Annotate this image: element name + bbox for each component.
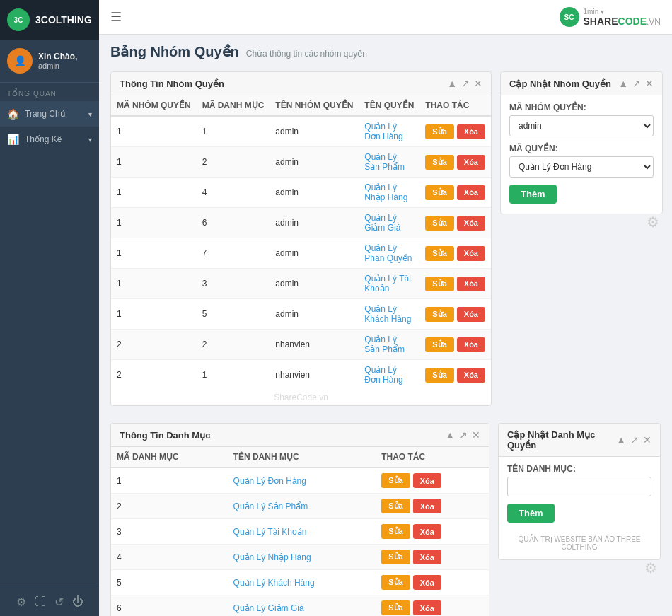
resize-icon[interactable]: ↗ <box>461 78 470 89</box>
delete-button-cat[interactable]: Xóa <box>413 575 441 590</box>
cell-ma-danh-muc: 6 <box>197 208 270 238</box>
edit-button-cat[interactable]: Sửa <box>381 524 410 539</box>
cell-action: Sửa Xóa <box>419 330 491 360</box>
edit-button-cat[interactable]: Sửa <box>381 499 410 513</box>
edit-button-cat[interactable]: Sửa <box>381 600 410 615</box>
group-table-row: 1 2 admin Quản Lý Sản Phẩm Sửa Xóa <box>111 147 491 178</box>
avatar: 👤 <box>7 48 33 74</box>
update-category-header: Cập Nhật Danh Mục Quyền ▲ ↗ ✕ <box>499 424 660 457</box>
delete-button-cat[interactable]: Xóa <box>413 524 441 539</box>
cell-ma-danh-muc2: 5 <box>111 570 228 595</box>
group-table-row: 2 2 nhanvien Quản Lý Sản Phẩm Sửa Xóa <box>111 330 491 360</box>
cell-ma-nhom: 1 <box>111 178 197 208</box>
edit-button[interactable]: Sửa <box>425 277 453 291</box>
update-group-panel: Cập Nhật Nhóm Quyền ▲ ↗ ✕ MÃ NHÓM QUYỀN:… <box>500 71 663 214</box>
them-button-category[interactable]: Thêm <box>507 504 555 523</box>
cell-action2: Sửa Xóa <box>376 467 489 494</box>
settings-icon[interactable]: ⚙ <box>16 595 26 609</box>
cell-ma-danh-muc: 4 <box>197 178 270 208</box>
expand-icon[interactable]: ▲ <box>447 78 457 89</box>
edit-button[interactable]: Sửa <box>425 185 453 200</box>
edit-button-cat[interactable]: Sửa <box>381 575 410 590</box>
cell-action: Sửa Xóa <box>419 147 491 178</box>
close-icon[interactable]: ✕ <box>474 78 482 89</box>
page-subtitle: Chứa thông tin các nhóm quyền <box>246 49 367 59</box>
cell-ten-nhom: nhanvien <box>270 330 359 360</box>
expand-icon-4[interactable]: ▲ <box>616 434 626 446</box>
edit-button-cat[interactable]: Sửa <box>381 550 410 564</box>
gear-icon-category: ⚙ <box>644 559 657 576</box>
delete-button[interactable]: Xóa <box>457 246 485 261</box>
brand-sub: 1min ▾ <box>584 8 661 16</box>
cell-ten-nhom: admin <box>270 299 359 330</box>
resize-icon-3[interactable]: ↗ <box>459 429 468 441</box>
edit-button[interactable]: Sửa <box>425 337 453 352</box>
cell-ma-nhom: 1 <box>111 147 197 178</box>
cell-ma-danh-muc2: 1 <box>111 467 228 494</box>
delete-button[interactable]: Xóa <box>457 124 485 139</box>
col-ten-danh-muc: TÊN DANH MỤC <box>228 447 376 467</box>
cell-ma-danh-muc: 1 <box>197 360 270 390</box>
delete-button[interactable]: Xóa <box>457 337 485 352</box>
edit-button[interactable]: Sửa <box>425 368 453 383</box>
cell-ten-quyen: Quản Lý Phân Quyền <box>359 238 419 269</box>
app-name: 3COLTHING <box>35 14 92 25</box>
edit-button[interactable]: Sửa <box>425 307 453 322</box>
cell-ma-nhom: 1 <box>111 208 197 238</box>
delete-button[interactable]: Xóa <box>457 307 485 322</box>
category-table-col: Thông Tin Danh Mục ▲ ↗ ✕ MÃ DANH MỤC <box>110 423 489 616</box>
select-ma-quyen[interactable]: Quản Lý Đơn Hàng Quản Lý Sản Phẩm Quản L… <box>509 156 654 178</box>
page-header: Bảng Nhóm Quyền Chứa thông tin các nhóm … <box>110 43 661 63</box>
cell-ten-quyen: Quản Lý Sản Phẩm <box>359 147 419 178</box>
them-button-group[interactable]: Thêm <box>509 185 557 204</box>
expand-icon-2[interactable]: ▲ <box>618 78 628 89</box>
category-table-row: 5 Quản Lý Khách Hàng Sửa Xóa <box>111 570 489 595</box>
group-table-panel: Thông Tin Nhóm Quyền ▲ ↗ ✕ MÃ NHÓM QUYỀN <box>110 71 492 406</box>
delete-button[interactable]: Xóa <box>457 155 485 170</box>
delete-button[interactable]: Xóa <box>457 185 485 200</box>
cell-action2: Sửa Xóa <box>376 519 489 545</box>
edit-button[interactable]: Sửa <box>425 246 453 261</box>
delete-button[interactable]: Xóa <box>457 277 485 291</box>
edit-button[interactable]: Sửa <box>425 124 453 139</box>
cell-action2: Sửa Xóa <box>376 494 489 519</box>
cell-ma-danh-muc: 5 <box>197 299 270 330</box>
power-icon[interactable]: ⏻ <box>72 595 83 609</box>
input-ten-danh-muc[interactable] <box>507 477 651 496</box>
edit-button-cat[interactable]: Sửa <box>381 473 410 488</box>
close-icon-4[interactable]: ✕ <box>643 434 651 446</box>
close-icon-2[interactable]: ✕ <box>645 78 654 89</box>
refresh-icon[interactable]: ↺ <box>54 595 64 609</box>
delete-button-cat[interactable]: Xóa <box>413 550 441 564</box>
category-table-title: Thông Tin Danh Mục <box>120 430 210 441</box>
section-categories: Thông Tin Danh Mục ▲ ↗ ✕ MÃ DANH MỤC <box>110 423 661 616</box>
expand-icon-3[interactable]: ▲ <box>445 429 455 441</box>
group-table-row: 1 3 admin Quản Lý Tài Khoản Sửa Xóa <box>111 269 491 299</box>
cell-ma-danh-muc: 2 <box>197 147 270 178</box>
content-area: Bảng Nhóm Quyền Chứa thông tin các nhóm … <box>99 35 672 616</box>
group-table-title: Thông Tin Nhóm Quyền <box>120 79 224 89</box>
sidebar-item-home[interactable]: 🏠 Trang Chủ ▾ <box>0 101 99 127</box>
edit-button[interactable]: Sửa <box>425 216 453 231</box>
category-table-row: 4 Quản Lý Nhập Hàng Sửa Xóa <box>111 545 489 570</box>
delete-button-cat[interactable]: Xóa <box>413 473 441 488</box>
category-table-panel: Thông Tin Danh Mục ▲ ↗ ✕ MÃ DANH MỤC <box>110 423 489 616</box>
cell-action2: Sửa Xóa <box>376 570 489 595</box>
delete-button[interactable]: Xóa <box>457 216 485 231</box>
sidebar-item-stats[interactable]: 📊 Thống Kê ▾ <box>0 127 99 152</box>
delete-button-cat[interactable]: Xóa <box>413 499 441 513</box>
hamburger-icon[interactable]: ☰ <box>110 9 122 25</box>
cell-ten-quyen: Quản Lý Nhập Hàng <box>359 178 419 208</box>
sidebar-bottom: ⚙ ⛶ ↺ ⏻ <box>0 588 99 616</box>
topbar: ☰ SC 1min ▾ SHARECODE.VN <box>99 0 672 35</box>
label-ma-quyen: MÃ QUYỀN: <box>509 144 654 153</box>
resize-icon-4[interactable]: ↗ <box>630 434 639 446</box>
cell-ten-nhom: admin <box>270 147 359 178</box>
edit-button[interactable]: Sửa <box>425 155 453 170</box>
fullscreen-icon[interactable]: ⛶ <box>35 595 46 609</box>
delete-button-cat[interactable]: Xóa <box>413 600 441 615</box>
delete-button[interactable]: Xóa <box>457 368 485 383</box>
resize-icon-2[interactable]: ↗ <box>632 78 641 89</box>
close-icon-3[interactable]: ✕ <box>472 429 480 441</box>
select-ma-nhom[interactable]: admin nhanvien <box>509 115 654 136</box>
